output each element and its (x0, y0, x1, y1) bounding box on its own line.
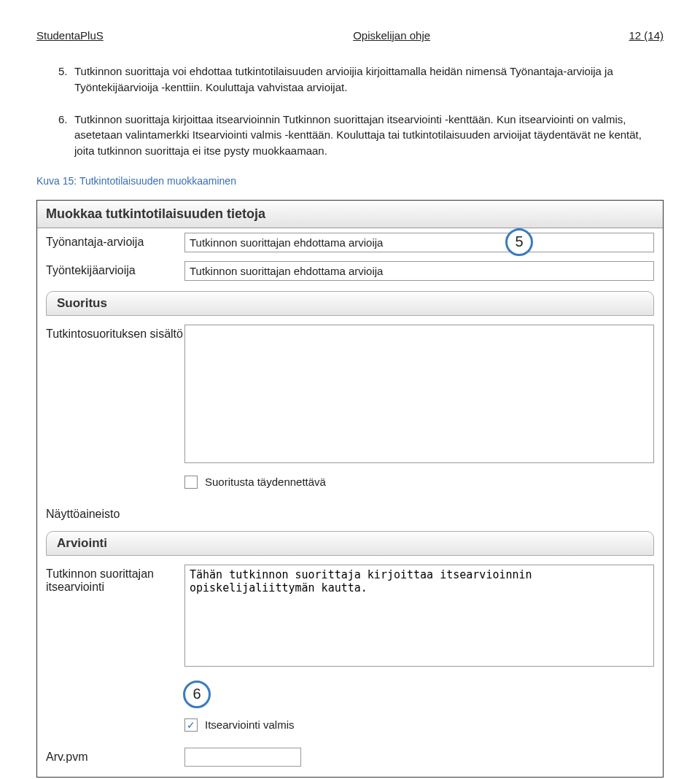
step-text: Tutkinnon suorittaja kirjoittaa itsearvi… (74, 112, 664, 159)
date-input[interactable] (184, 748, 301, 767)
empty-label (46, 716, 184, 718)
callout-badge-6: 6 (183, 681, 211, 708)
selfeval-done-label: Itsearviointi valmis (205, 718, 295, 731)
header-right: 12 (14) (629, 29, 664, 42)
employer-reviewer-input[interactable] (184, 233, 654, 252)
figure-caption: Kuva 15: Tutkintotilaisuuden muokkaamine… (36, 175, 664, 187)
step-number: 6. (58, 112, 74, 159)
callout-badge-6-wrap: 6 (183, 681, 663, 708)
employee-reviewer-label: Työntekijäarvioija (46, 261, 184, 277)
edit-exam-form: Muokkaa tutkintotilaisuuden tietoja Työn… (36, 200, 664, 778)
step-number: 5. (58, 63, 74, 96)
supplement-checkbox[interactable] (184, 476, 198, 489)
selfeval-textarea[interactable]: Tähän tutkinnon suorittaja kirjoittaa it… (184, 565, 654, 667)
header-center: Opiskelijan ohje (353, 29, 430, 42)
row-employer-reviewer: Työnantaja-arvioija 5 (37, 228, 663, 257)
material-label: Näyttöaineisto (46, 505, 184, 521)
employee-reviewer-input[interactable] (184, 261, 654, 281)
content-textarea[interactable] (184, 325, 654, 463)
step-5: 5. Tutkinnon suorittaja voi ehdottaa tut… (58, 63, 664, 96)
selfeval-done-checkbox[interactable]: ✓ (184, 718, 198, 732)
supplement-label: Suoritusta täydennettävä (205, 476, 326, 488)
content-label: Tutkintosuorituksen sisältö (46, 325, 184, 341)
step-text: Tutkinnon suorittaja voi ehdottaa tutkin… (74, 63, 664, 96)
row-employee-reviewer: Työntekijäarvioija (37, 257, 663, 285)
row-content: Tutkintosuorituksen sisältö Suoritusta t… (37, 320, 663, 500)
document-header: StudentaPluS Opiskelijan ohje 12 (14) (36, 29, 664, 42)
callout-badge-5: 5 (505, 228, 533, 256)
row-date: Arv.pvm (37, 743, 663, 777)
section-suoritus: Suoritus (46, 291, 654, 316)
form-title-bar: Muokkaa tutkintotilaisuuden tietoja (37, 201, 663, 228)
row-material: Näyttöaineisto (37, 500, 663, 525)
employer-reviewer-label: Työnantaja-arvioija (46, 233, 184, 249)
date-label: Arv.pvm (46, 748, 184, 764)
section-arviointi: Arviointi (46, 531, 654, 556)
selfeval-label: Tutkinnon suorittajan itsearviointi (46, 565, 184, 594)
row-selfeval: Tutkinnon suorittajan itsearviointi Tähä… (37, 560, 663, 673)
header-left: StudentaPluS (36, 29, 104, 42)
row-selfeval-done: ✓ Itsearviointi valmis (37, 711, 663, 743)
step-6: 6. Tutkinnon suorittaja kirjoittaa itsea… (58, 112, 664, 159)
